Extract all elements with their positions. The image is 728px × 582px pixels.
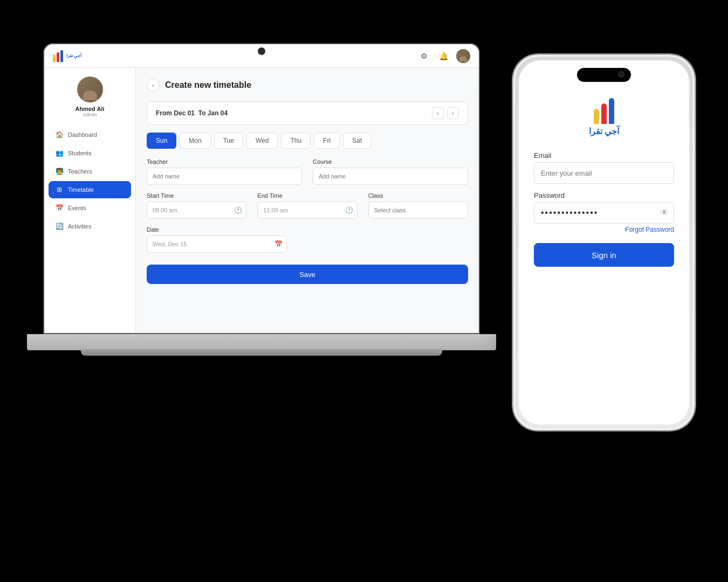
sidebar-user-name: Ahmed Ali	[75, 106, 105, 112]
eye-icon[interactable]: 👁	[660, 208, 669, 218]
save-button[interactable]: Save	[147, 265, 468, 284]
teacher-label: Teacher	[147, 158, 302, 165]
end-time-group: End Time 🕐	[257, 192, 357, 219]
course-group: Course	[313, 158, 468, 185]
sidebar-item-timetable[interactable]: ⊞ Timetable	[49, 181, 131, 198]
sidebar-item-dashboard[interactable]: 🏠 Dashboard	[49, 126, 131, 143]
sidebar-item-teachers[interactable]: 👨‍🏫 Teachers	[49, 163, 131, 180]
clock-icon-2: 🕐	[345, 206, 353, 214]
header-icons: ⚙ 🔔	[417, 49, 470, 63]
date-group: Date 📅	[147, 226, 287, 253]
date-range-bar: From Dec 01 To Jan 04 ‹ ›	[147, 101, 468, 125]
class-input[interactable]	[368, 202, 468, 219]
activities-icon: 🔄	[55, 223, 64, 230]
day-tab-mon[interactable]: Mon	[180, 133, 210, 149]
phone-logo-bar-yellow	[594, 109, 599, 124]
class-group: Class	[368, 192, 468, 219]
phone-password-label: Password	[534, 191, 674, 199]
laptop-camera	[258, 47, 265, 55]
day-tab-sun[interactable]: Sun	[147, 133, 176, 149]
logo-bar-red	[57, 52, 59, 62]
to-date: Jan 04	[208, 109, 228, 117]
end-time-label: End Time	[257, 192, 357, 199]
course-input[interactable]	[313, 168, 468, 185]
date-label: Date	[147, 226, 287, 233]
phone-password-input[interactable]	[534, 202, 674, 224]
phone-logo-bar-blue	[609, 98, 614, 124]
phone-logo: آجي تقرا	[589, 98, 619, 136]
teacher-group: Teacher	[147, 158, 302, 185]
sidebar-label-dashboard: Dashboard	[68, 131, 97, 138]
phone-logo-symbol	[594, 98, 614, 124]
sidebar-item-events[interactable]: 📅 Events	[49, 199, 131, 217]
calendar-icon: 📅	[274, 240, 283, 248]
laptop-screen: آجي تقرا ⚙ 🔔 Ahmed Ali Ad	[43, 43, 480, 334]
day-tab-thu[interactable]: Thu	[281, 133, 311, 149]
sign-in-button[interactable]: Sign in	[534, 243, 674, 267]
sidebar-user-role: Admin	[83, 112, 97, 117]
laptop-screen-content: آجي تقرا ⚙ 🔔 Ahmed Ali Ad	[44, 44, 479, 333]
class-label: Class	[368, 192, 468, 199]
clock-icon: 🕐	[234, 206, 242, 214]
start-time-label: Start Time	[147, 192, 246, 199]
start-time-input[interactable]	[147, 202, 246, 219]
to-label: To	[198, 109, 206, 117]
page-title: Create new timetable	[165, 80, 251, 90]
settings-icon[interactable]: ⚙	[417, 50, 430, 63]
date-wrapper: 📅	[147, 235, 287, 253]
sidebar-label-activities: Activities	[68, 223, 91, 230]
sidebar-label-timetable: Timetable	[68, 186, 94, 193]
sidebar-label-teachers: Teachers	[68, 168, 92, 175]
sidebar-label-events: Events	[68, 205, 86, 211]
end-time-input[interactable]	[257, 202, 357, 219]
from-label: From	[156, 109, 172, 117]
app-logo: آجي تقرا	[53, 50, 81, 62]
sidebar: Ahmed Ali Admin 🏠 Dashboard 👥 Students	[44, 68, 136, 333]
teachers-icon: 👨‍🏫	[55, 168, 64, 175]
forgot-password-link[interactable]: Forgot Password	[534, 226, 674, 233]
logo-text: آجي تقرا	[66, 53, 81, 58]
day-tab-fri[interactable]: Fri	[314, 133, 340, 149]
logo-bar-yellow	[53, 54, 56, 62]
phone-form: Email Password 👁 Forgot Password Sign in	[534, 151, 674, 267]
sidebar-avatar	[77, 77, 103, 102]
day-tab-wed[interactable]: Wed	[246, 133, 278, 149]
sidebar-nav: 🏠 Dashboard 👥 Students 👨‍🏫 Teachers	[44, 126, 135, 236]
form-row-times-class: Start Time 🕐 End Time 🕐	[147, 192, 468, 219]
teacher-input[interactable]	[147, 168, 302, 185]
avatar-image	[456, 49, 470, 63]
back-button[interactable]: ‹	[147, 79, 160, 92]
dashboard-icon: 🏠	[55, 131, 64, 138]
sidebar-profile: Ahmed Ali Admin	[75, 77, 105, 117]
sidebar-item-activities[interactable]: 🔄 Activities	[49, 218, 131, 235]
phone-email-label: Email	[534, 151, 674, 160]
day-tab-tue[interactable]: Tue	[214, 133, 243, 149]
laptop-device: آجي تقرا ⚙ 🔔 Ahmed Ali Ad	[27, 43, 496, 393]
avatar[interactable]	[456, 49, 470, 63]
form-row-teacher-course: Teacher Course	[147, 158, 468, 185]
main-content: ‹ Create new timetable From Dec 01 To Ja…	[136, 68, 479, 333]
logo-symbol	[53, 50, 63, 62]
phone-device: آجي تقرا Email Password 👁 Forgot Passwor…	[512, 54, 696, 431]
phone-password-wrapper: 👁	[534, 202, 674, 224]
day-tab-sat[interactable]: Sat	[343, 133, 371, 149]
form-row-date: Date 📅	[147, 226, 287, 253]
sidebar-label-students: Students	[68, 150, 91, 156]
phone-body: آجي تقرا Email Password 👁 Forgot Passwor…	[512, 54, 696, 431]
end-time-wrapper: 🕐	[257, 202, 357, 219]
bell-icon[interactable]: 🔔	[437, 50, 450, 63]
from-date: Dec 01	[174, 109, 195, 117]
students-icon: 👥	[55, 149, 64, 157]
phone-screen: آجي تقرا Email Password 👁 Forgot Passwor…	[519, 60, 689, 425]
days-tabs: Sun Mon Tue Wed Thu Fri Sat	[147, 133, 468, 149]
date-next-button[interactable]: ›	[447, 107, 459, 119]
page-header: ‹ Create new timetable	[147, 79, 468, 92]
date-nav: ‹ ›	[432, 107, 459, 119]
date-input[interactable]	[147, 235, 287, 253]
phone-email-input[interactable]	[534, 162, 674, 184]
sidebar-item-students[interactable]: 👥 Students	[49, 144, 131, 162]
date-prev-button[interactable]: ‹	[432, 107, 444, 119]
timetable-icon: ⊞	[55, 186, 64, 193]
laptop-foot	[81, 349, 442, 356]
laptop-base	[27, 334, 496, 350]
